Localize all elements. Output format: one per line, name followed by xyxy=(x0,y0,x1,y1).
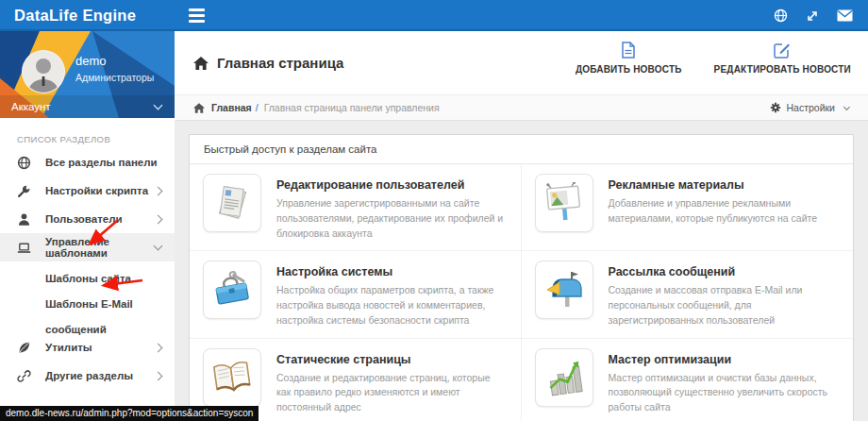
user-role: Администраторы xyxy=(75,72,154,83)
breadcrumb-home-link[interactable]: Главная xyxy=(211,102,252,113)
mail-icon[interactable] xyxy=(837,9,853,22)
book-icon xyxy=(203,348,261,407)
mailbox-icon xyxy=(535,261,593,319)
quick-item-edit-users[interactable]: Редактирование пользователей Управление … xyxy=(190,164,522,251)
gear-icon xyxy=(770,102,781,113)
sidebar-item-script-settings[interactable]: Настройки скрипта xyxy=(0,177,175,205)
app-brand: DataLife Engine xyxy=(14,7,136,25)
sidebar-subitem-email-templates[interactable]: Шаблоны E-Mail сообщений xyxy=(0,292,175,317)
sections-list-label: СПИСОК РАЗДЕЛОВ xyxy=(17,134,175,144)
home-icon xyxy=(193,103,205,113)
home-icon xyxy=(193,57,209,70)
add-news-button[interactable]: ДОБАВИТЬ НОВОСТЬ xyxy=(576,42,682,75)
settings-label: Настройки xyxy=(787,102,836,113)
breadcrumb-current: Главная страница панели управления xyxy=(264,102,440,113)
quick-item-desc: Создание и редактирование страниц, котор… xyxy=(276,371,508,415)
quick-access-grid: Редактирование пользователей Управление … xyxy=(190,164,853,421)
breadcrumb: Главная / Главная страница панели управл… xyxy=(175,94,868,121)
sidebar-item-label: Все разделы панели xyxy=(45,157,161,168)
edit-news-label: РЕДАКТИРОВАТЬ НОВОСТИ xyxy=(714,64,851,75)
sidebar-subitem-site-templates[interactable]: Шаблоны сайта xyxy=(0,266,175,292)
sidebar-item-label: Другие разделы xyxy=(45,370,155,381)
sidebar-item-other-sections[interactable]: Другие разделы xyxy=(0,362,175,390)
edit-news-icon xyxy=(774,42,791,59)
quick-item-desc: Создание и массовая отправка E-Mail или … xyxy=(609,283,841,328)
documents-icon xyxy=(203,174,261,232)
quick-item-desc: Управление зарегистрированными на сайте … xyxy=(276,196,508,241)
menu-icon[interactable] xyxy=(189,8,205,25)
chevron-down-icon xyxy=(843,103,850,109)
toolbox-icon xyxy=(203,261,261,319)
settings-dropdown[interactable]: Настройки xyxy=(770,102,850,113)
chevron-down-icon xyxy=(154,242,163,251)
quick-access-panel: Быстрый доступ к разделам сайта xyxy=(189,134,854,421)
panel-title: Быстрый доступ к разделам сайта xyxy=(190,135,853,164)
avatar[interactable] xyxy=(22,50,65,93)
sidebar-item-label: Настройки скрипта xyxy=(45,185,155,196)
chevron-down-icon xyxy=(154,101,163,110)
main-area: Главная страница ДОБАВИТЬ НОВОСТЬ РЕДАКТ… xyxy=(175,31,868,421)
quick-item-messaging[interactable]: Рассылка сообщений Создание и массовая о… xyxy=(522,251,854,338)
link-icon xyxy=(17,369,31,383)
user-panel: demo Администраторы Аккаунт xyxy=(0,31,175,118)
sidebar-item-label: Пользователи xyxy=(45,213,155,225)
edit-news-button[interactable]: РЕДАКТИРОВАТЬ НОВОСТИ xyxy=(714,42,851,75)
account-label: Аккаунт xyxy=(11,101,51,112)
quick-item-title: Рекламные материалы xyxy=(609,178,841,192)
expand-icon[interactable] xyxy=(806,9,819,23)
page-title: Главная страница xyxy=(193,55,343,71)
page-title-text: Главная страница xyxy=(217,55,343,71)
quick-item-title: Редактирование пользователей xyxy=(276,178,508,192)
template-submenu: Шаблоны сайта Шаблоны E-Mail сообщений xyxy=(0,261,175,325)
quick-item-ad-materials[interactable]: Рекламные материалы Добавление и управле… xyxy=(522,164,854,251)
sidebar-item-label: Управление шаблонами xyxy=(45,236,155,259)
sidebar-item-all-sections[interactable]: Все разделы панели xyxy=(0,148,175,177)
billboard-icon xyxy=(535,174,593,232)
page-header: Главная страница ДОБАВИТЬ НОВОСТЬ РЕДАКТ… xyxy=(175,31,868,94)
account-toggle[interactable]: Аккаунт xyxy=(0,95,175,118)
add-news-label: ДОБАВИТЬ НОВОСТЬ xyxy=(576,64,682,75)
laptop-icon xyxy=(17,241,31,255)
chevron-right-icon xyxy=(154,343,163,352)
chevron-right-icon xyxy=(154,214,163,224)
user-icon xyxy=(17,212,31,227)
quick-item-desc: Добавление и управление рекламными матер… xyxy=(609,196,841,227)
content-area: Быстрый доступ к разделам сайта xyxy=(175,122,868,421)
quick-item-title: Мастер оптимизации xyxy=(609,353,841,366)
user-name: demo xyxy=(75,54,107,68)
add-news-icon xyxy=(621,42,636,59)
globe-icon[interactable] xyxy=(774,8,788,23)
quick-item-title: Статические страницы xyxy=(276,353,508,366)
wrench-icon xyxy=(17,184,31,198)
chevron-right-icon xyxy=(154,186,163,195)
quick-item-system-settings[interactable]: Настройка системы Настройка общих параме… xyxy=(190,251,522,338)
quick-item-title: Настройка системы xyxy=(276,265,508,278)
quick-item-desc: Настройка общих параметров скрипта, а та… xyxy=(276,283,508,328)
chevron-right-icon xyxy=(154,371,163,380)
quick-item-optimization[interactable]: Мастер оптимизации Мастер оптимизации и … xyxy=(522,339,854,421)
top-navbar: DataLife Engine xyxy=(0,0,868,31)
breadcrumb-separator: / xyxy=(256,102,259,113)
sidebar-item-label: Утилиты xyxy=(45,342,155,353)
sidebar: demo Администраторы Аккаунт СПИСОК РАЗДЕ… xyxy=(0,31,175,421)
sidebar-item-users[interactable]: Пользователи xyxy=(0,205,175,233)
status-url-tooltip: demo.dle-news.ru/admin.php?mod=options&a… xyxy=(0,406,259,421)
chart-icon xyxy=(535,348,593,407)
globe-icon xyxy=(17,156,31,170)
quick-item-desc: Мастер оптимизации и очистки базы данных… xyxy=(609,371,841,415)
quick-item-title: Рассылка сообщений xyxy=(609,265,841,278)
leaf-icon xyxy=(17,341,31,355)
sidebar-item-template-management[interactable]: Управление шаблонами xyxy=(0,233,175,261)
